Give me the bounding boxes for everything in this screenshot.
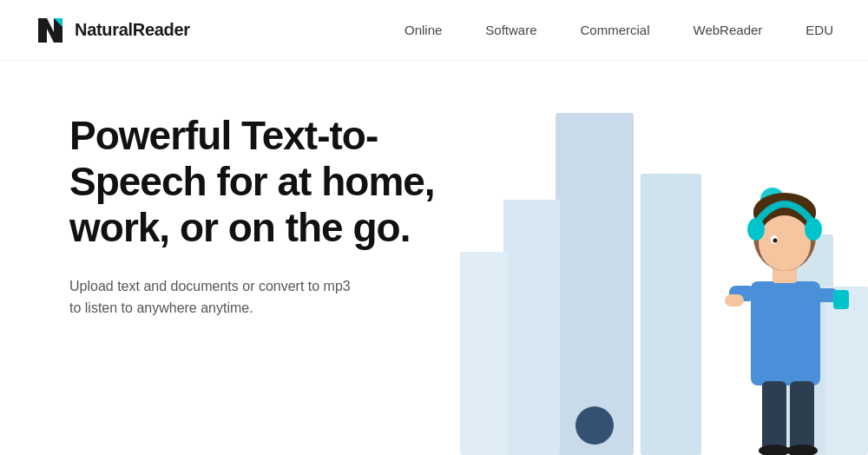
svg-rect-14 [833, 290, 849, 309]
svg-rect-16 [790, 381, 814, 451]
svg-point-26 [747, 218, 765, 241]
svg-rect-4 [460, 252, 508, 455]
svg-point-27 [805, 218, 822, 241]
logo-area[interactable]: NaturalReader [35, 15, 190, 46]
main-nav: Online Software Commercial WebReader EDU [404, 23, 833, 37]
svg-point-25 [773, 239, 778, 243]
svg-rect-10 [751, 281, 820, 386]
hero-section: Powerful Text-to-Speech for at home, wor… [0, 61, 868, 455]
nav-edu[interactable]: EDU [806, 23, 833, 37]
nav-commercial[interactable]: Commercial [581, 23, 650, 37]
svg-rect-5 [641, 174, 701, 455]
nav-software[interactable]: Software [485, 23, 536, 37]
hero-content: Powerful Text-to-Speech for at home, wor… [0, 61, 451, 455]
svg-rect-3 [503, 200, 560, 455]
nav-webreader[interactable]: WebReader [694, 23, 763, 37]
nav-online[interactable]: Online [404, 23, 442, 37]
site-header: NaturalReader Online Software Commercial… [0, 0, 868, 61]
logo-text: NaturalReader [75, 20, 190, 40]
svg-rect-12 [725, 294, 744, 307]
svg-point-23 [759, 215, 811, 271]
svg-rect-2 [556, 113, 634, 455]
hero-subtitle: Upload text and documents or convert to … [69, 275, 365, 320]
person-illustration [720, 160, 851, 455]
logo-icon [35, 15, 66, 46]
hero-illustration [451, 61, 868, 455]
hero-title: Powerful Text-to-Speech for at home, wor… [69, 113, 451, 251]
svg-point-8 [575, 406, 614, 445]
svg-rect-15 [762, 381, 786, 451]
